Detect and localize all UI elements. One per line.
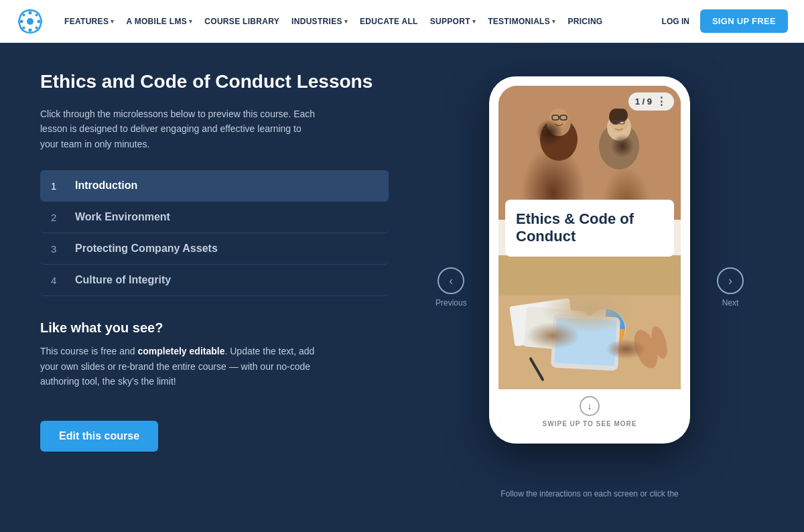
nav-pricing[interactable]: PRICING	[562, 11, 608, 31]
like-title: Like what you see?	[40, 320, 389, 336]
svg-point-33	[649, 324, 670, 360]
chevron-down-icon: ▾	[552, 18, 555, 25]
svg-point-3	[20, 19, 23, 23]
follow-text: Follow the interactions on each screen o…	[489, 489, 690, 498]
phone-card: Ethics & Code of Conduct	[505, 200, 674, 257]
swipe-down-icon: ↓	[580, 396, 600, 416]
svg-rect-14	[560, 115, 567, 120]
svg-point-12	[549, 109, 568, 127]
svg-point-1	[29, 11, 32, 14]
nav-support[interactable]: SUPPORT ▾	[425, 11, 481, 31]
svg-point-10	[540, 118, 578, 161]
svg-point-19	[609, 109, 622, 125]
svg-point-20	[617, 109, 628, 122]
lesson-item-3[interactable]: 3 Protecting Company Assets	[40, 233, 389, 265]
nav-course-library[interactable]: COURSE LIBRARY	[199, 11, 285, 31]
login-button[interactable]: LOG IN	[657, 11, 695, 31]
lesson-list: 1 Introduction 2 Work Environment 3 Prot…	[40, 170, 389, 296]
prev-label: Previous	[436, 298, 467, 308]
svg-point-2	[29, 28, 32, 31]
counter-text: 1 / 9	[635, 96, 652, 107]
swipe-text: SWIPE UP TO SEE MORE	[505, 420, 674, 427]
svg-rect-13	[552, 115, 559, 120]
svg-rect-22	[612, 121, 618, 124]
lesson-item-4[interactable]: 4 Culture of Integrity	[40, 265, 389, 296]
nav-industries[interactable]: INDUSTRIES ▾	[286, 11, 353, 31]
chevron-down-icon: ▾	[472, 18, 476, 25]
like-text: This course is free and completely edita…	[40, 344, 322, 389]
nav-mobile-lms[interactable]: A MOBILE LMS ▾	[121, 11, 198, 31]
right-panel: ‹ Previous	[415, 70, 764, 505]
lesson-num-1: 1	[51, 180, 64, 192]
previous-button[interactable]: ‹ Previous	[436, 267, 467, 308]
phone-card-title: Ethics & Code of Conduct	[516, 210, 663, 246]
like-section: Like what you see? This course is free a…	[40, 320, 389, 389]
svg-rect-34	[529, 356, 544, 381]
page-description: Click through the microlessons below to …	[40, 107, 322, 151]
nav-right: LOG IN SIGN UP FREE	[657, 9, 788, 33]
chevron-down-icon: ▾	[189, 18, 192, 25]
logo[interactable]	[16, 7, 44, 36]
nav-educate-all[interactable]: EDUCATE ALL	[354, 11, 423, 31]
svg-rect-27	[509, 298, 574, 346]
lesson-num-4: 4	[51, 275, 64, 286]
lesson-item-1[interactable]: 1 Introduction	[40, 170, 389, 202]
chevron-down-icon: ▾	[111, 18, 114, 25]
svg-point-8	[23, 26, 25, 29]
svg-point-21	[613, 109, 625, 119]
svg-point-32	[630, 326, 663, 371]
navbar: FEATURES ▾ A MOBILE LMS ▾ COURSE LIBRARY…	[0, 0, 804, 43]
left-panel: Ethics and Code of Conduct Lessons Click…	[40, 70, 389, 505]
svg-rect-25	[498, 255, 681, 389]
svg-point-29	[586, 309, 626, 349]
more-options-icon[interactable]: ⋮	[656, 95, 667, 108]
svg-point-4	[38, 19, 41, 23]
svg-point-6	[36, 26, 38, 29]
lesson-name-2: Work Environment	[75, 211, 170, 223]
lesson-num-2: 2	[51, 212, 64, 223]
next-arrow-icon: ›	[717, 267, 744, 294]
phone-inner: 1 / 9 ⋮ Ethics & Code of Conduct	[498, 86, 681, 434]
svg-point-18	[610, 113, 628, 132]
next-button[interactable]: › Next	[717, 267, 744, 308]
svg-point-17	[607, 114, 631, 141]
nav-testimonials[interactable]: TESTIMONIALS ▾	[482, 11, 561, 31]
svg-point-16	[599, 123, 639, 170]
lesson-item-2[interactable]: 2 Work Environment	[40, 202, 389, 233]
signup-button[interactable]: SIGN UP FREE	[700, 9, 788, 33]
svg-point-5	[23, 13, 25, 16]
lesson-name-3: Protecting Company Assets	[75, 243, 218, 255]
phone-bottom-image	[498, 255, 681, 389]
svg-point-11	[547, 109, 571, 136]
nav-features[interactable]: FEATURES ▾	[59, 11, 120, 31]
svg-rect-30	[551, 314, 620, 371]
lesson-name-4: Culture of Integrity	[75, 274, 171, 286]
edit-course-button[interactable]: Edit this course	[40, 421, 158, 452]
svg-rect-23	[619, 121, 624, 124]
chevron-down-icon: ▾	[344, 18, 348, 25]
lesson-num-3: 3	[51, 243, 64, 255]
lesson-name-1: Introduction	[75, 180, 137, 192]
phone-counter: 1 / 9 ⋮	[628, 92, 674, 111]
svg-point-7	[36, 13, 38, 16]
svg-rect-31	[554, 317, 616, 366]
next-label: Next	[722, 298, 739, 308]
phone-mockup: 1 / 9 ⋮ Ethics & Code of Conduct	[489, 76, 690, 444]
prev-arrow-icon: ‹	[438, 267, 464, 294]
svg-point-0	[27, 18, 34, 25]
main-content: Ethics and Code of Conduct Lessons Click…	[0, 43, 804, 532]
svg-rect-28	[524, 306, 588, 352]
nav-items: FEATURES ▾ A MOBILE LMS ▾ COURSE LIBRARY…	[59, 11, 653, 31]
svg-rect-26	[498, 295, 681, 389]
phone-swipe-area[interactable]: ↓ SWIPE UP TO SEE MORE	[498, 389, 681, 434]
page-title: Ethics and Code of Conduct Lessons	[40, 70, 389, 93]
